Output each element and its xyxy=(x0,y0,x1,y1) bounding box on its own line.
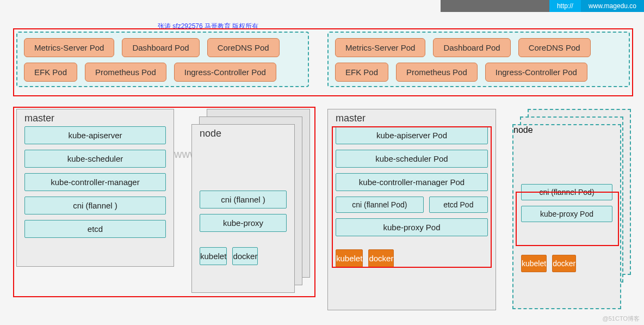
right-node-host: node cni (flannel Pod) kube-proxy Pod ku… xyxy=(512,124,621,309)
svc-docker-rnode: docker xyxy=(552,255,576,272)
svc-docker-rmaster: docker xyxy=(368,249,394,267)
comp-scheduler-pod: kube-scheduler Pod xyxy=(336,150,488,168)
right-master-svc-row: kubelet docker xyxy=(336,249,488,267)
topbar-http: http:// xyxy=(549,0,581,12)
top-bar: http:// www.magedu.co xyxy=(441,0,644,12)
comp-etcd-pod: etcd Pod xyxy=(429,197,488,213)
left-node-svc-row: kubelet docker xyxy=(200,247,287,265)
comp-rnode-cni: cni (flannel Pod) xyxy=(521,184,612,200)
svc-docker-left: docker xyxy=(232,247,258,265)
comp-cni-flannel: cni (flannel ) xyxy=(24,197,166,214)
right-node-title: node xyxy=(513,125,620,135)
left-master-title: master xyxy=(17,109,174,126)
comp-kubeproxy-pod: kube-proxy Pod xyxy=(336,218,488,236)
comp-kube-controller-manager: kube-controller-manager xyxy=(24,173,166,191)
comp-apiserver-pod: kube-apiserver Pod xyxy=(336,126,488,144)
footer-watermark: @51CTO博客 xyxy=(603,315,640,323)
right-master-row: cni (flannel Pod) etcd Pod xyxy=(336,197,488,218)
pill-dashboard: Dashboard Pod xyxy=(122,38,199,57)
addons-right-row1: Metrics-Server Pod Dashboard Pod CoreDNS… xyxy=(335,38,622,57)
comp-rnode-kubeproxy: kube-proxy Pod xyxy=(521,206,612,222)
left-node-list: cni (flannel ) kube-proxy kubelet docker xyxy=(192,191,294,271)
comp-etcd: etcd xyxy=(24,220,166,238)
pill-prometheus-r: Prometheus Pod xyxy=(396,63,478,82)
topbar-spacer xyxy=(441,0,549,12)
pill-metrics-server-r: Metrics-Server Pod xyxy=(335,38,425,57)
comp-cni-pod: cni (flannel Pod) xyxy=(336,197,424,213)
right-master-host: master kube-apiserver Pod kube-scheduler… xyxy=(327,109,496,310)
pill-coredns: CoreDNS Pod xyxy=(207,38,280,57)
pill-ingress: Ingress-Controller Pod xyxy=(174,63,276,82)
pill-dashboard-r: Dashboard Pod xyxy=(433,38,510,57)
comp-controller-manager-pod: kube-controller-manager Pod xyxy=(336,173,488,191)
right-node-list: cni (flannel Pod) kube-proxy Pod kubelet… xyxy=(513,184,620,278)
addons-left-row2: EFK Pod Prometheus Pod Ingress-Controlle… xyxy=(24,63,301,82)
pill-ingress-r: Ingress-Controller Pod xyxy=(485,63,587,82)
svc-kubelet-rmaster: kubelet xyxy=(336,249,363,267)
left-node-host: node cni (flannel ) kube-proxy kubelet d… xyxy=(191,124,295,293)
pill-efk-r: EFK Pod xyxy=(335,63,388,82)
right-node-svc-row: kubelet docker xyxy=(521,255,612,272)
left-master-host: master kube-apiserver kube-scheduler kub… xyxy=(16,109,174,267)
addons-right-row2: EFK Pod Prometheus Pod Ingress-Controlle… xyxy=(335,63,622,82)
comp-node-kubeproxy: kube-proxy xyxy=(200,214,287,232)
pill-prometheus: Prometheus Pod xyxy=(85,63,166,82)
pill-efk: EFK Pod xyxy=(24,63,77,82)
addons-left-row1: Metrics-Server Pod Dashboard Pod CoreDNS… xyxy=(24,38,301,57)
addons-left-group: Metrics-Server Pod Dashboard Pod CoreDNS… xyxy=(16,32,309,87)
topbar-url: www.magedu.co xyxy=(581,0,644,12)
pill-metrics-server: Metrics-Server Pod xyxy=(24,38,114,57)
left-node-title: node xyxy=(192,125,294,142)
svc-kubelet-rnode: kubelet xyxy=(521,255,547,272)
svc-kubelet-left: kubelet xyxy=(200,247,227,265)
comp-kube-scheduler: kube-scheduler xyxy=(24,150,166,168)
copyright-text: 张涛 sfz292576 马哥教育 版权所有 xyxy=(158,22,258,31)
right-master-list: kube-apiserver Pod kube-scheduler Pod ku… xyxy=(328,126,496,273)
comp-node-cni: cni (flannel ) xyxy=(200,191,287,209)
left-master-list: kube-apiserver kube-scheduler kube-contr… xyxy=(17,126,174,249)
comp-kube-apiserver: kube-apiserver xyxy=(24,126,166,144)
right-master-title: master xyxy=(328,109,496,126)
addons-right-group: Metrics-Server Pod Dashboard Pod CoreDNS… xyxy=(327,32,630,87)
pill-coredns-r: CoreDNS Pod xyxy=(518,38,591,57)
